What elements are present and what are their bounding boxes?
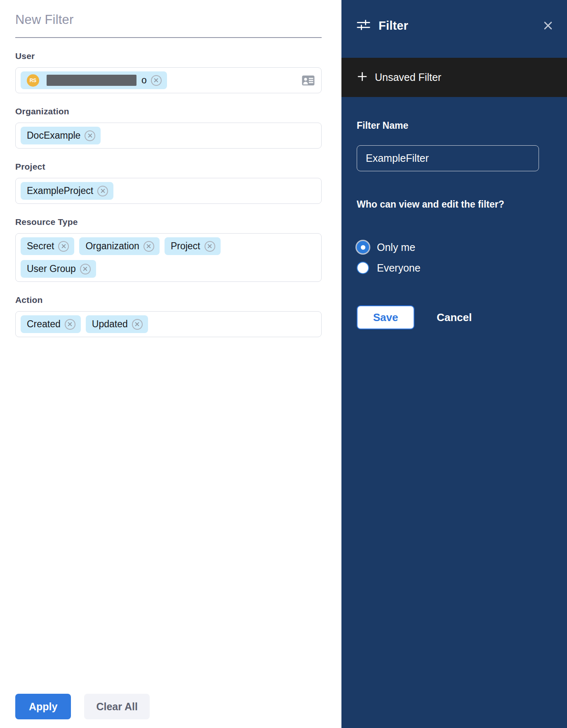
x-circle-icon[interactable] — [85, 130, 95, 141]
project-chip[interactable]: ExampleProject — [21, 182, 113, 200]
chip-label: Updated — [92, 319, 128, 330]
bottom-actions: Apply Clear All — [15, 694, 150, 719]
group-label-organization: Organization — [15, 106, 322, 116]
radio-option-everyone[interactable]: Everyone — [357, 260, 552, 275]
resource-type-chip-user-group[interactable]: User Group — [21, 260, 96, 278]
organization-field[interactable]: DocExample — [15, 123, 322, 149]
plus-icon — [357, 71, 368, 84]
chip-label: Secret — [27, 241, 54, 252]
filter-name-label: Filter Name — [357, 120, 552, 131]
chip-label: DocExample — [27, 130, 80, 141]
chip-label: Organization — [85, 241, 139, 252]
group-label-project: Project — [15, 162, 322, 172]
clear-all-button[interactable]: Clear All — [84, 694, 150, 719]
action-field[interactable]: Created Updated — [15, 311, 322, 337]
x-circle-icon[interactable] — [80, 264, 91, 274]
chip-label: Created — [27, 319, 61, 330]
unsaved-filter-item[interactable]: Unsaved Filter — [341, 58, 567, 97]
filter-group-resource-type: Resource Type Secret Organization Projec… — [15, 217, 322, 282]
filter-editor-panel: New Filter User RS o — [0, 0, 341, 728]
x-circle-icon[interactable] — [144, 241, 154, 252]
contact-card-icon[interactable] — [302, 75, 315, 86]
sidebar-body: Filter Name Who can view and edit the fi… — [357, 97, 552, 329]
x-circle-icon[interactable] — [205, 241, 215, 252]
page-title: New Filter — [15, 12, 322, 27]
radio-label-everyone: Everyone — [377, 262, 421, 274]
filter-group-organization: Organization DocExample — [15, 106, 322, 149]
radio-unselected-icon[interactable] — [357, 262, 369, 274]
chip-label: ExampleProject — [27, 185, 93, 196]
sidebar-actions: Save Cancel — [357, 305, 552, 329]
avatar: RS — [27, 74, 39, 87]
permission-radio-group: Only me Everyone — [357, 240, 552, 275]
chip-label: User Group — [27, 263, 76, 274]
x-circle-icon[interactable] — [65, 319, 75, 330]
action-chip-updated[interactable]: Updated — [86, 315, 148, 333]
group-label-resource-type: Resource Type — [15, 217, 322, 227]
filter-name-input[interactable] — [357, 145, 539, 171]
apply-button[interactable]: Apply — [15, 694, 71, 719]
chip-label: Project — [171, 241, 200, 252]
resource-type-chip-secret[interactable]: Secret — [21, 237, 74, 255]
project-field[interactable]: ExampleProject — [15, 178, 322, 204]
save-button[interactable]: Save — [357, 305, 414, 329]
resource-type-field[interactable]: Secret Organization Project User Group — [15, 233, 322, 282]
unsaved-filter-label: Unsaved Filter — [375, 71, 441, 83]
title-divider — [15, 37, 322, 38]
resource-type-chip-project[interactable]: Project — [165, 237, 221, 255]
sidebar-title: Filter — [379, 19, 408, 33]
x-circle-icon[interactable] — [151, 75, 162, 86]
sliders-icon — [356, 18, 371, 34]
filter-group-user: User RS o — [15, 51, 322, 93]
resource-type-chip-organization[interactable]: Organization — [79, 237, 159, 255]
redacted-user-name — [47, 75, 136, 86]
action-chip-created[interactable]: Created — [21, 315, 81, 333]
radio-selected-icon[interactable] — [357, 241, 369, 253]
group-label-user: User — [15, 51, 322, 61]
organization-chip[interactable]: DocExample — [21, 127, 101, 144]
x-circle-icon[interactable] — [58, 241, 69, 252]
user-chip[interactable]: RS o — [21, 71, 167, 89]
user-field[interactable]: RS o — [15, 67, 322, 93]
group-label-action: Action — [15, 295, 322, 305]
filter-group-project: Project ExampleProject — [15, 162, 322, 204]
permission-question: Who can view and edit the filter? — [357, 199, 552, 210]
sidebar-header: Filter — [341, 0, 567, 51]
filter-sidebar: Filter Unsaved Filter Filter Name Who ca… — [341, 0, 567, 728]
close-icon[interactable] — [543, 21, 553, 31]
x-circle-icon[interactable] — [97, 186, 108, 196]
user-name-suffix: o — [141, 75, 147, 86]
cancel-button[interactable]: Cancel — [437, 311, 472, 324]
radio-option-only-me[interactable]: Only me — [357, 240, 552, 255]
x-circle-icon[interactable] — [132, 319, 143, 330]
filter-group-action: Action Created Updated — [15, 295, 322, 337]
radio-label-only-me: Only me — [377, 241, 415, 253]
